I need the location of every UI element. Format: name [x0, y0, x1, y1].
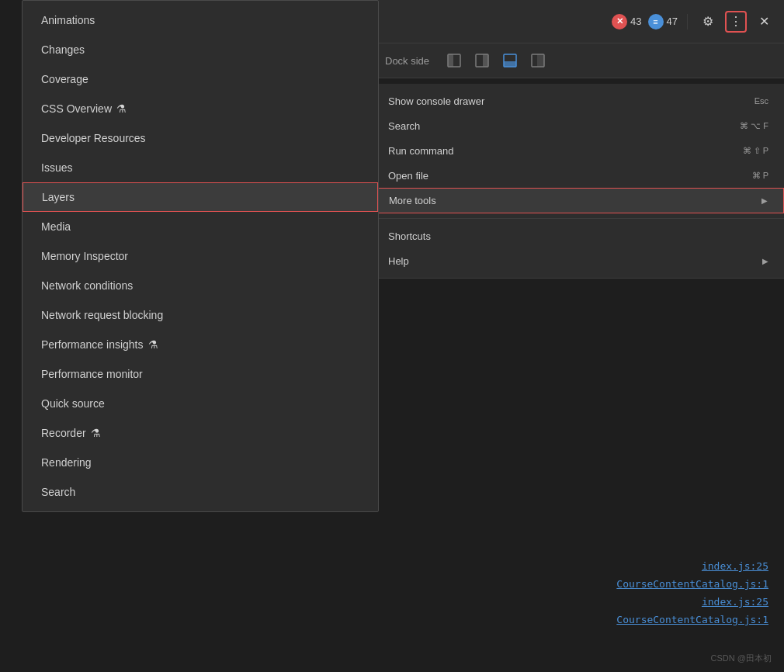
open-file-label: Open file: [388, 170, 428, 182]
search-label: Search: [388, 120, 420, 132]
network-request-blocking-label: Network request blocking: [41, 309, 163, 321]
submenu-item-coverage[interactable]: Coverage: [23, 64, 378, 94]
more-tools-arrow: ▶: [761, 196, 768, 205]
layers-label: Layers: [42, 191, 75, 203]
submenu-item-search-bottom[interactable]: Search: [23, 477, 378, 507]
menu-item-show-console-drawer[interactable]: Show console drawer Esc: [373, 88, 784, 113]
submenu-item-css-overview[interactable]: CSS Overview ⚗: [23, 94, 378, 123]
submenu-item-performance-monitor[interactable]: Performance monitor: [23, 359, 378, 389]
issues-label: Issues: [41, 161, 72, 174]
submenu-item-issues[interactable]: Issues: [23, 153, 378, 182]
shortcuts-label: Shortcuts: [388, 230, 431, 242]
error-icon: ✕: [612, 14, 627, 29]
watermark: CSDN @田本初: [711, 653, 772, 664]
console-link-3[interactable]: index.js:25: [702, 596, 768, 608]
submenu-item-memory-inspector[interactable]: Memory Inspector: [23, 241, 378, 271]
svg-rect-3: [483, 54, 488, 67]
settings-button[interactable]: ⚙: [697, 11, 719, 33]
dock-separate-icon[interactable]: [529, 51, 547, 70]
help-arrow: ▶: [762, 257, 768, 265]
dock-bottom-icon[interactable]: [501, 51, 519, 70]
search-shortcut: ⌘ ⌥ F: [740, 121, 768, 131]
developer-resources-label: Developer Resources: [41, 132, 146, 144]
submenu-item-network-conditions[interactable]: Network conditions: [23, 271, 378, 300]
animations-label: Animations: [41, 14, 95, 26]
svg-rect-7: [537, 54, 544, 67]
rendering-label: Rendering: [41, 456, 92, 469]
console-links-area: index.js:25 CourseContentCatalog.js:1 in…: [616, 560, 768, 625]
show-console-drawer-shortcut: Esc: [755, 96, 768, 106]
error-count-badge: ✕ 43: [612, 14, 641, 29]
warning-count: 47: [667, 16, 678, 27]
changes-label: Changes: [41, 43, 85, 56]
menu-section-secondary: Shortcuts Help ▶: [373, 219, 784, 279]
more-tools-submenu: Animations Changes Coverage CSS Overview…: [22, 0, 379, 512]
media-label: Media: [41, 220, 71, 233]
dock-side-label: Dock side: [385, 55, 429, 67]
more-options-button[interactable]: ⋮: [725, 11, 747, 33]
network-conditions-label: Network conditions: [41, 279, 133, 292]
svg-rect-1: [448, 54, 453, 67]
run-command-shortcut: ⌘ ⇧ P: [743, 146, 768, 156]
performance-insights-label: Performance insights: [41, 338, 144, 351]
run-command-label: Run command: [388, 145, 454, 157]
menu-item-shortcuts[interactable]: Shortcuts: [373, 223, 784, 248]
dock-left-icon[interactable]: [445, 51, 463, 70]
submenu-item-developer-resources[interactable]: Developer Resources: [23, 123, 378, 153]
menu-item-more-tools[interactable]: More tools ▶: [373, 188, 784, 213]
menu-section-primary: Show console drawer Esc Search ⌘ ⌥ F Run…: [373, 84, 784, 219]
submenu-item-performance-insights[interactable]: Performance insights ⚗: [23, 330, 378, 359]
show-console-drawer-label: Show console drawer: [388, 95, 484, 107]
submenu-item-layers[interactable]: Layers: [23, 182, 378, 212]
css-overview-flask-icon: ⚗: [116, 102, 127, 115]
performance-insights-flask-icon: ⚗: [148, 338, 158, 351]
main-menu: Show console drawer Esc Search ⌘ ⌥ F Run…: [373, 84, 784, 279]
console-link-1[interactable]: index.js:25: [702, 560, 768, 572]
help-label: Help: [388, 255, 409, 267]
memory-inspector-label: Memory Inspector: [41, 250, 128, 262]
svg-rect-5: [504, 61, 516, 67]
menu-item-run-command[interactable]: Run command ⌘ ⇧ P: [373, 138, 784, 163]
menu-item-help[interactable]: Help ▶: [373, 248, 784, 273]
console-link-4[interactable]: CourseContentCatalog.js:1: [616, 614, 768, 625]
coverage-label: Coverage: [41, 73, 88, 85]
recorder-flask-icon: ⚗: [91, 427, 101, 439]
dock-right-icon[interactable]: [473, 51, 491, 70]
close-button[interactable]: ✕: [753, 11, 775, 33]
warning-count-badge: ≡ 47: [648, 14, 678, 29]
submenu-item-changes[interactable]: Changes: [23, 35, 378, 64]
submenu-item-network-request-blocking[interactable]: Network request blocking: [23, 300, 378, 330]
error-count: 43: [630, 16, 641, 27]
submenu-item-animations[interactable]: Animations: [23, 5, 378, 35]
submenu-item-media[interactable]: Media: [23, 212, 378, 241]
warning-icon: ≡: [648, 14, 664, 29]
recorder-label: Recorder: [41, 427, 86, 439]
dock-side-panel: Dock side: [373, 43, 784, 78]
top-toolbar: ✕ 43 ≡ 47 ⚙ ⋮ ✕: [373, 0, 784, 43]
menu-item-open-file[interactable]: Open file ⌘ P: [373, 163, 784, 188]
more-tools-label: More tools: [389, 195, 436, 206]
submenu-item-quick-source[interactable]: Quick source: [23, 389, 378, 418]
open-file-shortcut: ⌘ P: [752, 171, 768, 181]
performance-monitor-label: Performance monitor: [41, 368, 143, 380]
quick-source-label: Quick source: [41, 397, 105, 410]
search-bottom-label: Search: [41, 486, 75, 498]
css-overview-label: CSS Overview: [41, 102, 112, 115]
submenu-item-rendering[interactable]: Rendering: [23, 448, 378, 477]
console-link-2[interactable]: CourseContentCatalog.js:1: [616, 578, 768, 590]
submenu-item-recorder[interactable]: Recorder ⚗: [23, 418, 378, 448]
menu-item-search[interactable]: Search ⌘ ⌥ F: [373, 113, 784, 138]
toolbar-separator: [687, 14, 688, 29]
